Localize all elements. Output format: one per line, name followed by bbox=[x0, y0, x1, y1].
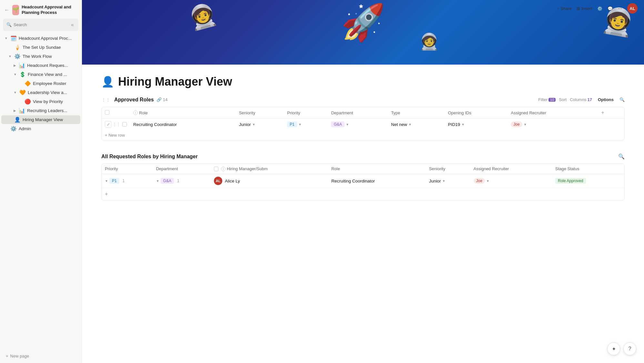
section-actions: Filter 10 Sort Columns 17 Options 🔍 bbox=[538, 96, 625, 103]
th2-department-label: Department bbox=[156, 166, 178, 171]
sort-label: Sort bbox=[559, 97, 567, 102]
table-search-button[interactable]: 🔍 bbox=[619, 97, 625, 102]
row-expand-button[interactable]: ⤢ bbox=[105, 121, 111, 128]
th2-seniority: Seniority bbox=[426, 164, 470, 174]
leadership-view-icon: 🧡 bbox=[19, 89, 26, 96]
headcount-approval-icon: 🗓️ bbox=[10, 35, 17, 41]
sidebar-item-headcount-approval[interactable]: ▼ 🗓️ Headcount Approval Proc... bbox=[1, 34, 80, 43]
header-checkbox[interactable] bbox=[105, 110, 109, 115]
space-shuttle-decoration: 🚀 bbox=[341, 2, 385, 43]
cell2-priority[interactable]: ▼ P1 1 bbox=[102, 174, 153, 188]
insert-icon: ⊞ bbox=[577, 6, 580, 11]
th-opening-ids: Opening IDs bbox=[445, 107, 508, 119]
back-button[interactable]: ← bbox=[4, 5, 10, 15]
th2-stage-status-label: Stage Status bbox=[555, 166, 579, 171]
cell2-role: Recruiting Coordinator bbox=[328, 174, 426, 188]
ai-icon: ✦ bbox=[612, 346, 616, 352]
th2-assigned-recruiter: Assigned Recruiter bbox=[470, 164, 552, 174]
info-icon: i bbox=[221, 167, 226, 171]
cell-priority[interactable]: P1 ▼ bbox=[284, 119, 328, 130]
content-area: 👤 Hiring Manager View ⋮⋮ Approved Roles … bbox=[82, 65, 644, 363]
finance-view-icon: 💲 bbox=[19, 71, 26, 78]
cell-empty bbox=[596, 119, 624, 130]
workspace-title: Headcount Approval and Planning Process bbox=[22, 5, 78, 16]
workflow-icon: ⚙️ bbox=[14, 53, 21, 59]
cell2-stage-status: Role Approved bbox=[552, 174, 624, 188]
add-column-button[interactable]: + bbox=[599, 110, 606, 116]
sort-button[interactable]: Sort bbox=[559, 97, 567, 102]
cell-seniority[interactable]: Junior ▼ bbox=[236, 119, 284, 130]
options-button[interactable]: Options bbox=[595, 96, 616, 103]
sidebar-item-label: Headcount Reques... bbox=[27, 63, 77, 68]
sidebar-item-employee-roster[interactable]: 🔶 Employee Roster bbox=[1, 79, 80, 88]
sidebar-item-leadership-view[interactable]: ▼ 🧡 Leadership View a... bbox=[1, 88, 80, 97]
filter-button[interactable]: Filter 10 bbox=[538, 97, 556, 102]
department-badge: G&A bbox=[331, 121, 344, 127]
sidebar-item-admin[interactable]: ⚙️ Admin bbox=[1, 124, 80, 133]
share-button[interactable]: ↑ Share bbox=[557, 6, 571, 11]
row-checkbox[interactable] bbox=[122, 122, 127, 127]
search-input[interactable] bbox=[14, 22, 68, 27]
sidebar-item-view-by-priority[interactable]: 🔴 View by Priority bbox=[1, 97, 80, 106]
seniority2-value: Junior bbox=[429, 179, 441, 183]
columns-label: Columns bbox=[570, 97, 586, 102]
row-checkbox-cell: ⤢ ⋮⋮ bbox=[102, 119, 130, 130]
sidebar-item-label: The Set Up Sundae bbox=[23, 45, 77, 50]
user-avatar[interactable]: AL bbox=[627, 3, 638, 14]
drag-handle-icon[interactable]: ⋮⋮ bbox=[101, 97, 110, 102]
chevron-down-icon: ▼ bbox=[14, 73, 17, 76]
new-page-button[interactable]: + New page bbox=[3, 352, 32, 360]
sidebar-item-label: Admin bbox=[19, 126, 77, 131]
th-priority-label: Priority bbox=[287, 110, 300, 115]
sidebar-item-label: Leadership View a... bbox=[28, 90, 77, 95]
stage-status-badge: Role Approved bbox=[555, 178, 586, 184]
count-number: 14 bbox=[163, 97, 167, 102]
recruiter2-badge: Joe bbox=[474, 178, 485, 184]
search-bar[interactable]: 🔍 « bbox=[3, 19, 78, 31]
cell2-seniority[interactable]: Junior ▼ bbox=[426, 174, 470, 188]
insert-button[interactable]: ⊞ Insert bbox=[577, 6, 592, 11]
hiring-manager-avatar: AL bbox=[214, 177, 222, 185]
caret-icon: ▼ bbox=[524, 123, 527, 126]
sidebar-item-finance-view[interactable]: ▼ 💲 Finance View and ... bbox=[1, 70, 80, 79]
sidebar-item-setup-sundae[interactable]: 🍦 The Set Up Sundae bbox=[1, 43, 80, 52]
cell2-assigned-recruiter[interactable]: Joe ▼ bbox=[470, 174, 552, 188]
cell-department[interactable]: G&A ▼ bbox=[328, 119, 388, 130]
new-row-button[interactable]: + New row bbox=[102, 130, 128, 140]
collapse-sidebar-button[interactable]: « bbox=[70, 21, 75, 29]
sidebar-item-headcount-reques[interactable]: ▶ 📊 Headcount Reques... bbox=[1, 61, 80, 70]
ai-assistant-button[interactable]: ✦ bbox=[607, 342, 620, 355]
add-row-button[interactable]: + bbox=[105, 191, 108, 197]
role-value: Recruiting Coordinator bbox=[133, 122, 177, 127]
table2-search-button[interactable]: 🔍 bbox=[618, 153, 625, 160]
cell2-department[interactable]: ▼ G&A 1 bbox=[153, 174, 211, 188]
caret-icon: ▼ bbox=[346, 123, 349, 126]
priority2-badge: P1 bbox=[109, 178, 119, 184]
sidebar-item-workflow[interactable]: ▼ ⚙️ The Work Flow bbox=[1, 52, 80, 61]
approved-roles-header: ⋮⋮ Approved Roles 🔗 14 Filter 10 Sort Co… bbox=[101, 96, 625, 103]
headcount-reques-icon: 📊 bbox=[19, 62, 25, 68]
sidebar-item-hiring-manager-view[interactable]: 👤 Hiring Manager View bbox=[1, 115, 80, 124]
columns-button[interactable]: Columns 17 bbox=[570, 97, 592, 102]
page-title-icon: 👤 bbox=[101, 76, 114, 88]
all-requested-roles-title: All Requested Roles by Hiring Manager bbox=[101, 154, 618, 160]
table-row: ⤢ ⋮⋮ Recruiting Coordinator Junior bbox=[102, 119, 624, 130]
th2-seniority-label: Seniority bbox=[429, 166, 446, 171]
th-seniority: Seniority bbox=[236, 107, 284, 119]
row-drag-handle[interactable]: ⋮⋮ bbox=[113, 122, 120, 127]
th-opening-ids-label: Opening IDs bbox=[448, 110, 471, 115]
th2-checkbox[interactable] bbox=[214, 167, 218, 171]
comments-button[interactable]: 💬 bbox=[608, 6, 613, 11]
sidebar-header: ← 🌱 Headcount Approval and Planning Proc… bbox=[0, 0, 82, 19]
cell-opening-ids[interactable]: PID19 ▼ bbox=[445, 119, 508, 130]
cell-type[interactable]: Net new ▼ bbox=[388, 119, 445, 130]
sidebar-item-recruiting-leaders[interactable]: ▶ 📊 Recruiting Leaders... bbox=[1, 106, 80, 115]
th2-assigned-recruiter-label: Assigned Recruiter bbox=[474, 166, 509, 171]
settings-button[interactable]: ⚙️ bbox=[597, 6, 602, 11]
more-button[interactable]: ⋯ bbox=[618, 6, 622, 11]
page-title-row: 👤 Hiring Manager View bbox=[101, 65, 625, 96]
cell-assigned-recruiter[interactable]: Joe ▼ bbox=[508, 119, 596, 130]
help-button[interactable]: ? bbox=[623, 342, 636, 355]
type-value: Net new bbox=[391, 122, 407, 127]
share-icon: ↑ bbox=[557, 6, 559, 11]
